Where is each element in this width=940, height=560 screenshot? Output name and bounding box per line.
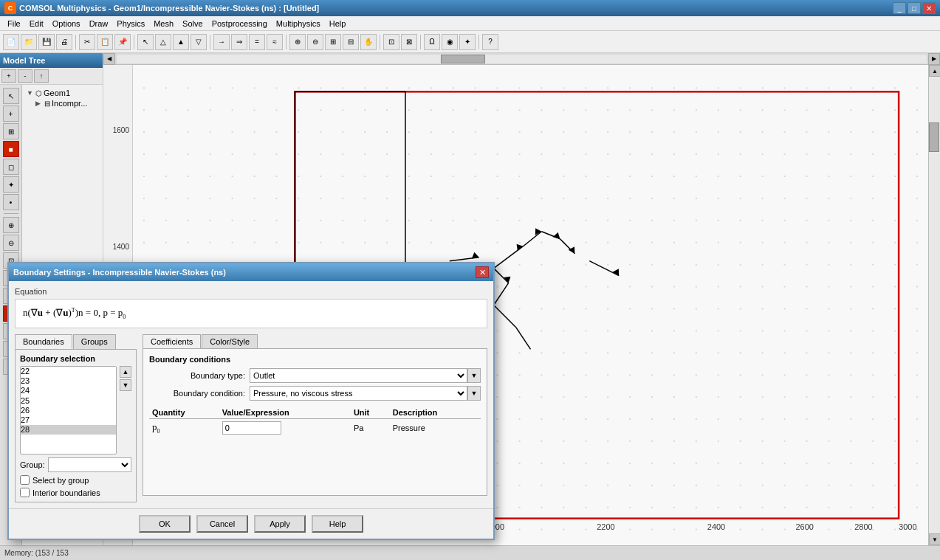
main-toolbar: 📄 📁 💾 🖨 ✂ 📋 📌 ↖ △ ▲ ▽ → ⇒ = ≈ ⊕ ⊖ ⊞ ⊟ ✋ … xyxy=(0,31,940,53)
zoom-in-button[interactable]: ⊕ xyxy=(289,34,306,50)
menu-physics[interactable]: Physics xyxy=(112,18,149,30)
menu-file[interactable]: File xyxy=(3,18,25,30)
boundary-list[interactable]: 22 23 24 25 26 27 28 xyxy=(20,366,117,454)
menu-options[interactable]: Options xyxy=(48,18,85,30)
copy-button[interactable]: 📋 xyxy=(97,34,113,50)
help-button[interactable]: Help xyxy=(312,515,363,533)
help-toolbar-button[interactable]: ? xyxy=(482,34,498,50)
menu-edit[interactable]: Edit xyxy=(25,18,48,30)
arrow-r-button[interactable]: → xyxy=(213,34,230,50)
ok-button[interactable]: OK xyxy=(139,515,191,533)
boundary-item-27[interactable]: 27 xyxy=(21,415,116,425)
select-by-group-row: Select by group xyxy=(20,475,131,485)
boundary-condition-dropdown-btn[interactable]: ▼ xyxy=(467,386,481,401)
zoom-sel-button[interactable]: ⊟ xyxy=(343,34,359,50)
hscroll-left-button[interactable]: ◀ xyxy=(103,53,115,65)
tree-btn-2[interactable]: - xyxy=(18,69,32,83)
status-bar: Memory: (153 / 153 xyxy=(0,545,940,560)
vert-btn-1[interactable]: ↖ xyxy=(3,88,19,104)
boundary-item-23[interactable]: 23 xyxy=(21,376,116,386)
menu-postprocessing[interactable]: Postprocessing xyxy=(207,18,272,30)
print-button[interactable]: 🖨 xyxy=(56,34,72,50)
vert-btn-8[interactable]: ⊕ xyxy=(3,217,19,233)
open-button[interactable]: 📁 xyxy=(21,34,37,50)
equal-button[interactable]: = xyxy=(249,34,265,50)
boundary-type-select[interactable]: Outlet Inlet Wall Symmetry boundary xyxy=(250,368,467,383)
paste-button[interactable]: 📌 xyxy=(114,34,131,50)
save-button[interactable]: 💾 xyxy=(38,34,55,50)
vert-btn-4-active[interactable]: ■ xyxy=(3,141,19,157)
close-button[interactable]: ✕ xyxy=(922,2,936,14)
triangle2-button[interactable]: ▲ xyxy=(173,34,189,50)
star-button[interactable]: ✦ xyxy=(459,34,476,50)
menu-solve[interactable]: Solve xyxy=(178,18,207,30)
boundary-item-24[interactable]: 24 xyxy=(21,386,116,395)
boundary-item-26[interactable]: 26 xyxy=(21,406,116,415)
vert-btn-6[interactable]: ✦ xyxy=(3,176,19,193)
new-button[interactable]: 📄 xyxy=(3,34,19,50)
apply-button[interactable]: Apply xyxy=(254,515,306,533)
table-row: p0 Pa Pressure xyxy=(149,419,481,438)
select-by-group-checkbox[interactable] xyxy=(20,475,30,485)
maximize-button[interactable]: □ xyxy=(908,2,921,14)
list-scroll-up[interactable]: ▲ xyxy=(120,366,131,378)
tree-btn-1[interactable]: + xyxy=(1,69,16,83)
minimize-button[interactable]: _ xyxy=(893,2,906,14)
tree-expand-incompr: ▶ xyxy=(35,100,43,107)
boundary-item-28[interactable]: 28 xyxy=(21,425,116,435)
arrow-button[interactable]: ↖ xyxy=(137,34,154,50)
arrow-r2-button[interactable]: ⇒ xyxy=(231,34,247,50)
hscroll-right-button[interactable]: ▶ xyxy=(928,53,940,65)
tree-btn-3[interactable]: ↑ xyxy=(34,69,49,83)
hscroll-thumb[interactable] xyxy=(441,55,485,63)
zoom-out-button[interactable]: ⊖ xyxy=(307,34,323,50)
tab-groups[interactable]: Groups xyxy=(73,334,116,349)
boundary-condition-label: Boundary condition: xyxy=(149,389,245,398)
vscroll-thumb[interactable] xyxy=(929,122,939,152)
triangle-button[interactable]: △ xyxy=(155,34,171,50)
omega-button[interactable]: Ω xyxy=(424,34,440,50)
cancel-button[interactable]: Cancel xyxy=(196,515,248,533)
equation-text: n(∇u + (∇u)T)n = 0, p = p0 xyxy=(23,307,126,320)
vert-btn-9[interactable]: ⊖ xyxy=(3,235,19,251)
tab-boundaries[interactable]: Boundaries xyxy=(15,334,72,349)
mesh-button[interactable]: ⊠ xyxy=(401,34,417,50)
boundary-item-25[interactable]: 25 xyxy=(21,396,116,406)
triangle3-button[interactable]: ▽ xyxy=(191,34,207,50)
vscroll-track[interactable] xyxy=(929,77,940,533)
vert-btn-2[interactable]: + xyxy=(3,106,19,122)
boundary-condition-select[interactable]: Pressure, no viscous stress No slip Slip xyxy=(250,386,467,401)
boundary-item-22[interactable]: 22 xyxy=(21,367,116,376)
select-button[interactable]: ⊡ xyxy=(383,34,399,50)
tree-node-geom[interactable]: ▼ ⬡ Geom1 xyxy=(25,88,100,98)
tab-coefficients[interactable]: Coefficients xyxy=(143,334,201,348)
vert-btn-5[interactable]: ◻ xyxy=(3,159,19,175)
tree-toolbar: + - ↑ xyxy=(0,68,103,85)
tree-expand-geom: ▼ xyxy=(27,89,34,97)
tree-node-incompr[interactable]: ▶ ⊟ Incompr... xyxy=(25,98,100,108)
interior-boundaries-checkbox[interactable] xyxy=(20,488,30,497)
boundary-settings-dialog[interactable]: Boundary Settings - Incompressible Navie… xyxy=(7,262,495,540)
dialog-close-button[interactable]: ✕ xyxy=(476,266,489,278)
vert-btn-3[interactable]: ⊞ xyxy=(3,123,19,139)
pan-button[interactable]: ✋ xyxy=(360,34,377,50)
zoom-fit-button[interactable]: ⊞ xyxy=(325,34,341,50)
boundary-type-dropdown-btn[interactable]: ▼ xyxy=(467,368,481,383)
list-scroll-down[interactable]: ▼ xyxy=(120,379,131,391)
group-select[interactable] xyxy=(48,457,131,472)
wave-button[interactable]: ≈ xyxy=(267,34,283,50)
menu-multiphysics[interactable]: Multiphysics xyxy=(272,18,325,30)
hscroll-track[interactable] xyxy=(117,55,927,63)
cut-button[interactable]: ✂ xyxy=(79,34,95,50)
menu-help[interactable]: Help xyxy=(325,18,351,30)
circle-button[interactable]: ◉ xyxy=(442,34,458,50)
vert-btn-7[interactable]: • xyxy=(3,194,19,210)
tab-color-style[interactable]: Color/Style xyxy=(202,334,258,348)
menu-mesh[interactable]: Mesh xyxy=(149,18,178,30)
dialog-content: Boundaries Groups Boundary selection 22 … xyxy=(15,334,487,502)
param-value-input[interactable] xyxy=(222,421,281,435)
window-controls: _ □ ✕ xyxy=(893,2,936,14)
vscroll-up-button[interactable]: ▲ xyxy=(929,65,940,77)
menu-draw[interactable]: Draw xyxy=(85,18,113,30)
vscroll-down-button[interactable]: ▼ xyxy=(929,533,940,545)
